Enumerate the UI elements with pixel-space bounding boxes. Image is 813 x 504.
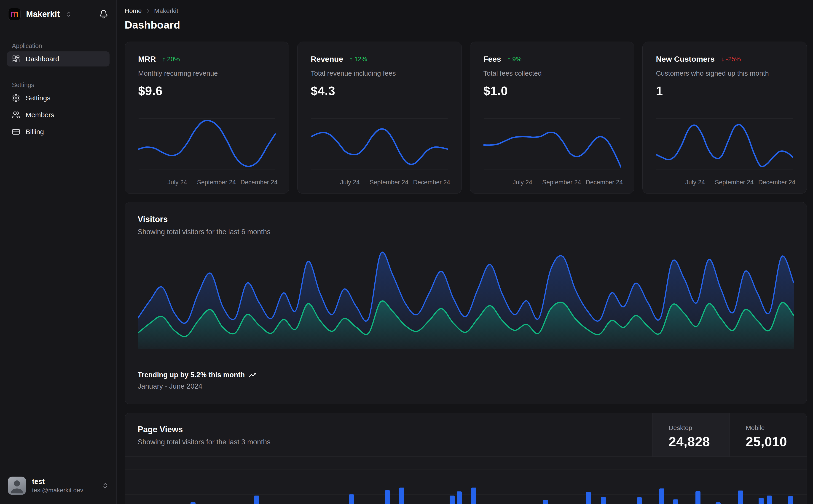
- x-tick-label: December 24: [413, 179, 450, 186]
- trend-arrow-icon: ↑: [507, 56, 511, 63]
- stat-card-value: $4.3: [311, 84, 448, 98]
- credit-card-icon: [12, 128, 20, 136]
- page-views-bar: [637, 497, 642, 504]
- notifications-bell-icon[interactable]: [99, 10, 108, 19]
- stat-cards: MRR ↑ 20% Monthly recurring revenue $9.6…: [125, 42, 807, 194]
- page-views-title: Page Views: [138, 425, 640, 434]
- sparkline-svg: [138, 115, 276, 175]
- sidebar-item-dashboard[interactable]: Dashboard: [7, 51, 109, 66]
- stat-card-title: Revenue: [311, 55, 343, 64]
- toggle-label: Mobile: [746, 424, 807, 432]
- gridline: [125, 470, 807, 470]
- sidebar-item-label: Dashboard: [26, 55, 59, 63]
- stat-card-change-badge: ↑ 12%: [349, 56, 367, 63]
- trending-up-icon: [249, 371, 257, 379]
- gridline: [125, 494, 807, 495]
- toggle-value: 24,828: [669, 434, 730, 449]
- stat-card-description: Monthly recurring revenue: [138, 69, 276, 77]
- page-views-bar: [759, 498, 764, 504]
- page-views-bar: [399, 488, 404, 504]
- breadcrumb-home-link[interactable]: Home: [125, 7, 142, 15]
- chevrons-up-down-icon: [102, 482, 109, 489]
- sidebar-item-label: Members: [26, 111, 54, 119]
- page-views-bar: [716, 502, 721, 504]
- stat-card-change-value: -25%: [726, 56, 741, 63]
- dashboard-icon: [12, 55, 20, 63]
- page-title: Dashboard: [125, 19, 807, 31]
- stat-card-title: New Customers: [656, 55, 715, 64]
- sparkline-x-labels: July 24September 24December 24: [138, 177, 276, 188]
- stat-card-value: $1.0: [483, 84, 621, 98]
- sparkline-chart: [311, 115, 448, 175]
- page-views-bar-chart: [125, 457, 807, 504]
- sparkline-svg: [311, 115, 448, 175]
- stat-card: Fees ↑ 9% Total fees collected $1.0 July…: [470, 42, 635, 194]
- sidebar-item-members[interactable]: Members: [7, 107, 109, 122]
- breadcrumb-current: Makerkit: [154, 7, 178, 15]
- x-tick-label: December 24: [586, 179, 623, 186]
- workspace-switcher[interactable]: m Makerkit: [7, 7, 109, 21]
- user-name: test: [32, 477, 83, 486]
- page-views-header: Page Views Showing total visitors for th…: [125, 413, 807, 457]
- stat-card: MRR ↑ 20% Monthly recurring revenue $9.6…: [125, 42, 289, 194]
- sparkline-x-labels: July 24September 24December 24: [656, 177, 793, 188]
- sparkline-x-labels: July 24September 24December 24: [483, 177, 621, 188]
- stat-card-change-value: 12%: [354, 56, 367, 63]
- visitors-card: Visitors Showing total visitors for the …: [125, 202, 807, 404]
- page-views-toggles: Desktop24,828Mobile25,010: [653, 413, 807, 456]
- sidebar-item-label: Settings: [26, 94, 50, 102]
- visitors-subtitle: Showing total visitors for the last 6 mo…: [138, 228, 794, 236]
- stat-card: New Customers ↓ -25% Customers who signe…: [643, 42, 807, 194]
- stat-card-change-value: 20%: [167, 56, 180, 63]
- sparkline-svg: [483, 115, 621, 175]
- chevron-right-icon: [145, 8, 151, 14]
- breadcrumb: Home Makerkit: [125, 7, 807, 15]
- sidebar-nav: ApplicationDashboardSettingsSettingsMemb…: [7, 21, 109, 139]
- trend-arrow-icon: ↑: [162, 56, 165, 63]
- chevrons-up-down-icon: [65, 11, 72, 17]
- x-tick-label: July 24: [685, 179, 705, 186]
- stat-card-title: Fees: [483, 55, 501, 64]
- page-views-bar: [659, 488, 664, 504]
- main-content: Home Makerkit Dashboard MRR ↑ 20% Monthl…: [117, 0, 813, 504]
- visitors-period: January - June 2024: [138, 382, 794, 390]
- x-tick-label: December 24: [758, 179, 795, 186]
- x-tick-label: July 24: [513, 179, 532, 186]
- user-email: test@makerkit.dev: [32, 487, 83, 494]
- toggle-mobile[interactable]: Mobile25,010: [730, 413, 807, 456]
- x-tick-label: September 24: [197, 179, 236, 186]
- sparkline-svg: [656, 115, 793, 175]
- page-views-bar: [673, 499, 678, 504]
- page-views-bar: [767, 496, 772, 504]
- user-menu[interactable]: test test@makerkit.dev: [7, 477, 109, 495]
- x-tick-label: July 24: [167, 179, 187, 186]
- sparkline-x-labels: July 24September 24December 24: [311, 177, 448, 188]
- stat-card-change-badge: ↑ 9%: [507, 56, 521, 63]
- x-tick-label: September 24: [370, 179, 408, 186]
- sidebar: m Makerkit ApplicationDashboardSettingsS…: [0, 0, 117, 504]
- stat-card-description: Total revenue including fees: [311, 69, 448, 77]
- x-tick-label: September 24: [542, 179, 581, 186]
- trend-arrow-icon: ↓: [721, 56, 724, 63]
- trend-arrow-icon: ↑: [349, 56, 353, 63]
- visitors-footer: Trending up by 5.2% this month January -…: [138, 371, 794, 390]
- page-views-bar: [788, 496, 793, 504]
- page-views-bar: [738, 491, 743, 504]
- toggle-label: Desktop: [669, 424, 730, 432]
- stat-card-value: 1: [656, 84, 793, 98]
- visitors-svg: [138, 248, 794, 349]
- sparkline-chart: [656, 115, 793, 175]
- page-views-bar: [601, 497, 606, 504]
- toggle-desktop[interactable]: Desktop24,828: [653, 413, 730, 456]
- x-tick-label: December 24: [241, 179, 278, 186]
- page-views-bar: [254, 496, 259, 504]
- page-views-bar: [471, 488, 476, 504]
- sidebar-item-billing[interactable]: Billing: [7, 124, 109, 139]
- gear-icon: [12, 94, 20, 102]
- page-views-bar: [450, 496, 455, 504]
- visitors-area-chart: [138, 248, 794, 349]
- sparkline-chart: [483, 115, 621, 175]
- sparkline-chart: [138, 115, 276, 175]
- stat-card-change-badge: ↑ 20%: [162, 56, 180, 63]
- sidebar-item-settings[interactable]: Settings: [7, 90, 109, 106]
